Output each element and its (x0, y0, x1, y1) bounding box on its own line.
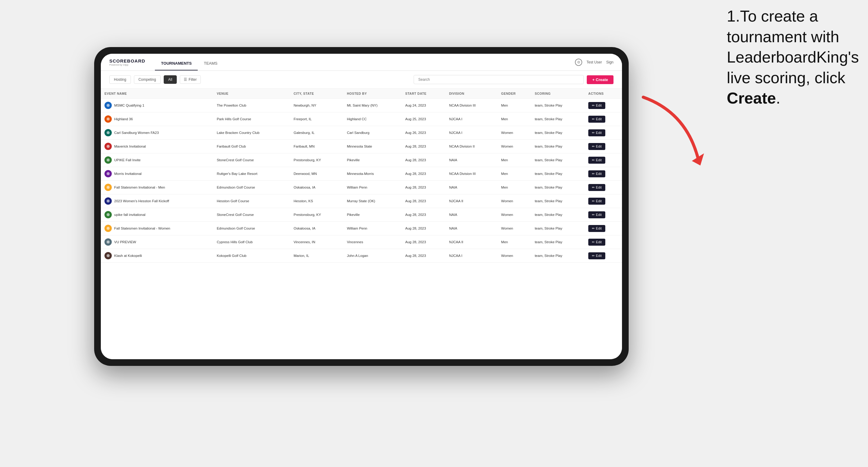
actions-cell: ✏ Edit (585, 208, 622, 222)
city-cell: Newburgh, NY (290, 99, 343, 112)
start-date-cell: Aug 28, 2023 (402, 235, 445, 249)
col-gender: GENDER (497, 89, 531, 99)
logo-area: SCOREBOARD Powered by Clipp (109, 58, 145, 66)
division-cell: NAIA (445, 181, 497, 194)
gender-cell: Men (497, 167, 531, 181)
scoring-cell: team, Stroke Play (531, 222, 585, 235)
actions-cell: ✏ Edit (585, 99, 622, 112)
edit-button[interactable]: ✏ Edit (588, 252, 605, 259)
gender-cell: Women (497, 222, 531, 235)
svg-point-2 (106, 118, 110, 121)
start-date-cell: Aug 24, 2023 (402, 99, 445, 112)
event-name: MSMC Qualifying 1 (114, 103, 144, 107)
edit-button[interactable]: ✏ Edit (588, 116, 605, 123)
actions-cell: ✏ Edit (585, 126, 622, 140)
gender-cell: Women (497, 126, 531, 140)
pencil-icon: ✏ (592, 240, 595, 244)
event-name: Fall Statesmen Invitational - Women (114, 226, 170, 230)
tab-teams[interactable]: TEAMS (198, 54, 223, 70)
venue-cell: Faribault Golf Club (213, 140, 290, 153)
scoring-cell: team, Stroke Play (531, 249, 585, 263)
scoring-cell: team, Stroke Play (531, 140, 585, 153)
pencil-icon: ✏ (592, 117, 595, 121)
edit-button[interactable]: ✏ Edit (588, 143, 605, 150)
venue-cell: Lake Bracken Country Club (213, 126, 290, 140)
filter-bar: Hosting Competing All ☰ Filter + Create (101, 71, 622, 89)
svg-point-10 (106, 227, 110, 230)
venue-cell: The Powelton Club (213, 99, 290, 112)
scoring-cell: team, Stroke Play (531, 208, 585, 222)
city-cell: Oskaloosa, IA (290, 181, 343, 194)
hosted-by-cell: Minnesota-Morris (343, 167, 402, 181)
city-cell: Vincennes, IN (290, 235, 343, 249)
start-date-cell: Aug 28, 2023 (402, 153, 445, 167)
svg-point-8 (106, 199, 110, 203)
venue-cell: Park Hills Golf Course (213, 112, 290, 126)
gender-cell: Women (497, 140, 531, 153)
gender-cell: Men (497, 235, 531, 249)
svg-point-9 (106, 213, 110, 216)
table-row: Fall Statesmen Invitational - Women Edmu… (101, 222, 622, 235)
gender-cell: Men (497, 99, 531, 112)
svg-point-4 (106, 145, 110, 148)
venue-cell: StoneCrest Golf Course (213, 208, 290, 222)
search-input[interactable] (414, 75, 584, 84)
event-name: VU PREVIEW (114, 240, 136, 244)
edit-button[interactable]: ✏ Edit (588, 211, 605, 218)
hosting-button[interactable]: Hosting (109, 75, 131, 84)
actions-cell: ✏ Edit (585, 194, 622, 208)
city-cell: Hesston, KS (290, 194, 343, 208)
scoring-cell: team, Stroke Play (531, 112, 585, 126)
pencil-icon: ✏ (592, 103, 595, 107)
hosted-by-cell: Mt. Saint Mary (NY) (343, 99, 402, 112)
event-name-cell: VU PREVIEW (101, 235, 213, 249)
svg-point-1 (106, 104, 110, 107)
edit-button[interactable]: ✏ Edit (588, 129, 605, 136)
table-row: VU PREVIEW Cypress Hills Golf Club Vince… (101, 235, 622, 249)
division-cell: NAIA (445, 222, 497, 235)
col-city: CITY, STATE (290, 89, 343, 99)
table-header: EVENT NAME VENUE CITY, STATE HOSTED BY S… (101, 89, 622, 99)
gender-cell: Women (497, 249, 531, 263)
sign-label[interactable]: Sign (606, 60, 614, 64)
create-button[interactable]: + Create (587, 75, 614, 84)
edit-button[interactable]: ✏ Edit (588, 157, 605, 164)
edit-button[interactable]: ✏ Edit (588, 184, 605, 191)
search-bar (414, 75, 584, 84)
annotation-text: 1.To create a tournament with Leaderboar… (727, 6, 859, 109)
start-date-cell: Aug 28, 2023 (402, 208, 445, 222)
all-button[interactable]: All (164, 75, 177, 84)
event-name-cell: Fall Statesmen Invitational - Women (101, 222, 213, 235)
actions-cell: ✏ Edit (585, 153, 622, 167)
event-name-cell: UPIKE Fall Invite (101, 153, 213, 167)
venue-cell: Kokopelli Golf Club (213, 249, 290, 263)
event-name: Klash at Kokopelli (114, 254, 142, 257)
event-name-cell: MSMC Qualifying 1 (101, 99, 213, 112)
svg-point-6 (106, 172, 110, 175)
division-cell: NAIA (445, 208, 497, 222)
event-name: Carl Sandburg Women FA23 (114, 131, 159, 134)
start-date-cell: Aug 28, 2023 (402, 249, 445, 263)
scoring-cell: team, Stroke Play (531, 126, 585, 140)
filter-button[interactable]: ☰ Filter (180, 75, 201, 84)
gender-cell: Men (497, 181, 531, 194)
table-row: Fall Statesmen Invitational - Men Edmund… (101, 181, 622, 194)
edit-button[interactable]: ✏ Edit (588, 170, 605, 177)
tab-tournaments[interactable]: TOURNAMENTS (155, 54, 198, 70)
city-cell: Faribault, MN (290, 140, 343, 153)
edit-button[interactable]: ✏ Edit (588, 239, 605, 246)
division-cell: NJCAA I (445, 112, 497, 126)
edit-button[interactable]: ✏ Edit (588, 102, 605, 109)
competing-button[interactable]: Competing (134, 75, 161, 84)
division-cell: NJCAA II (445, 194, 497, 208)
event-icon (104, 115, 112, 123)
content-area: Hosting Competing All ☰ Filter + Create (101, 71, 622, 359)
edit-button[interactable]: ✏ Edit (588, 225, 605, 232)
city-cell: Freeport, IL (290, 112, 343, 126)
start-date-cell: Aug 28, 2023 (402, 222, 445, 235)
gear-icon[interactable]: ⚙ (575, 59, 582, 66)
logo-sub: Powered by Clipp (109, 63, 145, 66)
event-icon (104, 156, 112, 164)
edit-button[interactable]: ✏ Edit (588, 198, 605, 205)
nav-tabs: TOURNAMENTS TEAMS (155, 54, 223, 70)
